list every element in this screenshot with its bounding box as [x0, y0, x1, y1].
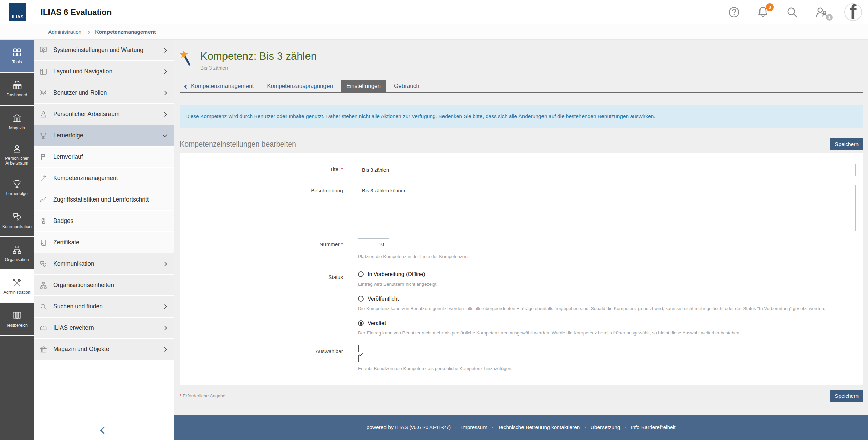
footer-barrierefreiheit-link[interactable]: Info Barrierefreiheit	[631, 424, 676, 431]
save-button-bottom[interactable]: Speichern	[830, 390, 863, 402]
sidebar-item-organisationseinheiten[interactable]: Organisationseinheiten	[34, 275, 174, 295]
settings-form-panel: Titel * Beschreibung Bis 3 zählen können	[180, 153, 863, 385]
crossed-tools-icon	[12, 278, 22, 288]
chevron-left-icon	[184, 84, 189, 89]
sidebar-item-label: Organisationseinheiten	[53, 282, 114, 289]
competence-wand-icon	[180, 50, 193, 66]
dashboard-icon	[12, 80, 22, 90]
rail-item-persoenlicher-arbeitsraum[interactable]: Persönlicher Arbeitsraum	[0, 138, 34, 171]
rail-item-kommunikation[interactable]: Kommunikation	[0, 204, 34, 237]
footer-separator: ·	[584, 424, 586, 431]
auswaehlbar-help: Erlaubt Benutzern die Kompetenz als pers…	[358, 365, 856, 372]
main-content: Kompetenz: Bis 3 zählen Bis 3 zählen Kom…	[174, 40, 868, 440]
nummer-label: Nummer *	[180, 238, 358, 261]
beschreibung-row: Beschreibung Bis 3 zählen können	[180, 185, 856, 233]
beschreibung-textarea[interactable]: Bis 3 zählen können	[358, 185, 856, 231]
rail-item-organisation[interactable]: Organisation	[0, 237, 34, 270]
sidebar-item-label: Persönlicher Arbeitsraum	[53, 111, 120, 118]
footer-impressum-link[interactable]: Impressum	[461, 424, 487, 431]
breadcrumb-administration[interactable]: Administration	[48, 29, 81, 35]
monitor-gear-icon	[39, 46, 47, 54]
sidebar-item-label: ILIAS erweitern	[53, 324, 94, 331]
help-icon[interactable]	[728, 6, 741, 19]
rail-item-testbereich[interactable]: Testbereich	[0, 303, 34, 336]
user-avatar[interactable]: f	[844, 3, 862, 21]
rail-item-magazin[interactable]: Magazin	[0, 106, 34, 138]
save-button-top[interactable]: Speichern	[830, 138, 863, 150]
required-asterisk: *	[341, 241, 343, 247]
status-row: Status In Vorbereitung (Offline) Eintrag…	[180, 271, 856, 337]
footer-uebersetzung-link[interactable]: Übersetzung	[591, 424, 620, 431]
footer-powered-by-link[interactable]: powered by ILIAS (v6.6 2020-11-27)	[367, 424, 451, 431]
radio-label: Veröffentlicht	[368, 296, 399, 302]
nummer-input[interactable]	[358, 238, 389, 250]
sidebar-item-kompetenzmanagement[interactable]: Kompetenzmanagement	[34, 168, 174, 189]
notifications-bell-icon[interactable]: 3	[756, 5, 770, 19]
required-note: * Erforderliche Angabe	[180, 393, 225, 398]
rail-item-label: Magazin	[9, 126, 25, 130]
form-footer: * Erforderliche Angabe Speichern	[180, 390, 863, 402]
sidebar-item-magazin-objekte[interactable]: Magazin und Objekte	[34, 339, 174, 360]
tab-gebrauch[interactable]: Gebrauch	[389, 80, 425, 92]
footer-support-link[interactable]: Technische Betreuung kontaktieren	[498, 424, 580, 431]
topbar-actions: 3 1 f	[728, 3, 862, 21]
tab-label: Kompetenzausprägungen	[267, 83, 333, 90]
sidebar-item-label: Zugriffsstatistiken und Lernfortschritt	[53, 196, 149, 203]
search-icon[interactable]	[785, 5, 799, 19]
chevron-right-icon	[162, 69, 167, 74]
auswaehlbar-checkbox[interactable]	[358, 345, 856, 362]
radio-veroeffentlicht[interactable]	[358, 296, 364, 302]
sidebar-item-suchen-finden[interactable]: Suchen und finden	[34, 296, 174, 317]
sidebar-item-lernerfolge[interactable]: Lernerfolge	[34, 125, 174, 146]
titel-label: Titel *	[180, 164, 358, 176]
form-header: Kompetenzeinstellungen bearbeiten Speich…	[180, 138, 863, 150]
sidebar-item-persoenlicher-arbeitsraum[interactable]: Persönlicher Arbeitsraum	[34, 104, 174, 125]
sidebar-item-systemeinstellungen[interactable]: Systemeinstellungen und Wartung	[34, 40, 174, 60]
rail-item-lernerfolge[interactable]: Lernerfolge	[0, 171, 34, 204]
footer-separator: ·	[625, 424, 626, 431]
search-icon	[39, 303, 47, 311]
sidebar-collapse-bar[interactable]	[34, 421, 174, 440]
layout-icon	[39, 68, 47, 76]
chevron-down-icon	[162, 132, 167, 137]
sidebar-item-zertifikate[interactable]: Zertifikate	[34, 232, 174, 253]
breadcrumb-kompetenzmanagement[interactable]: Kompetenzmanagement	[95, 29, 156, 35]
sidebar-item-kommunikation[interactable]: Kommunikation	[34, 253, 174, 274]
certificate-icon	[39, 238, 47, 247]
chevron-right-icon	[162, 325, 167, 330]
repository-icon	[39, 345, 47, 353]
chevron-right-icon	[162, 47, 167, 52]
sidebar-item-layout-navigation[interactable]: Layout und Navigation	[34, 61, 174, 82]
trophy-icon	[12, 179, 22, 189]
titel-input[interactable]	[358, 164, 856, 176]
tab-kompetenzauspraegungen[interactable]: Kompetenzausprägungen	[262, 80, 338, 92]
tab-bar: Kompetenzmanagement Kompetenzausprägunge…	[180, 80, 863, 93]
sidebar-item-ilias-erweitern[interactable]: ILIAS erweitern	[34, 318, 174, 338]
sidebar-item-badges[interactable]: Badges	[34, 211, 174, 231]
page-header: Kompetenz: Bis 3 zählen Bis 3 zählen	[180, 50, 863, 71]
status-help: Der Eintrag kann von Benutzer nicht mehr…	[358, 330, 856, 337]
sidebar-item-benutzer-rollen[interactable]: Benutzer und Rollen	[34, 82, 174, 103]
required-asterisk: *	[341, 166, 343, 172]
tab-kompetenzmanagement-back[interactable]: Kompetenzmanagement	[180, 80, 259, 92]
sidebar-item-zugriffsstatistiken[interactable]: Zugriffsstatistiken und Lernfortschritt	[34, 189, 174, 210]
tab-einstellungen[interactable]: Einstellungen	[341, 80, 386, 92]
ilias-logo-text: ILIAS	[12, 14, 24, 19]
radio-in-vorbereitung[interactable]	[358, 271, 364, 277]
ilias-logo[interactable]: ILIAS	[9, 3, 26, 21]
repository-icon	[12, 113, 22, 123]
status-option-in-vorbereitung: In Vorbereitung (Offline) Eintrag wird B…	[358, 271, 856, 288]
rail-item-administration[interactable]: Administration	[0, 270, 34, 303]
rail-item-tools[interactable]: Tools	[0, 40, 34, 73]
sidebar-item-lernverlauf[interactable]: Lernverlauf	[34, 147, 174, 167]
nummer-row: Nummer * Platziert die Kompetenz in der …	[180, 238, 856, 261]
medal-icon	[39, 217, 47, 225]
rail-item-dashboard[interactable]: Dashboard	[0, 73, 34, 106]
radio-label: In Vorbereitung (Offline)	[368, 271, 425, 278]
awareness-users-icon[interactable]: 1	[814, 5, 829, 19]
org-chart-icon	[12, 245, 22, 255]
beschreibung-label: Beschreibung	[180, 185, 358, 233]
users-icon	[39, 89, 47, 97]
radio-veraltet[interactable]	[358, 320, 364, 326]
required-asterisk: *	[180, 393, 181, 398]
